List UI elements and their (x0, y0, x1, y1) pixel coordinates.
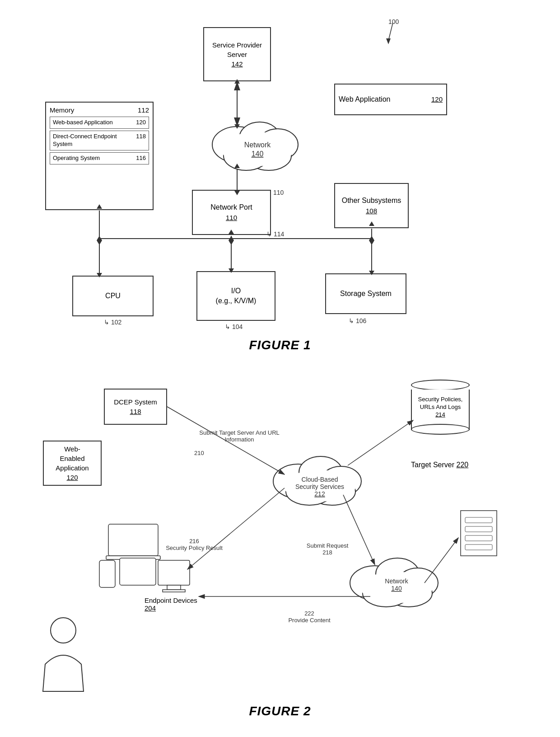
submit-request-label: Submit Request 218 (298, 542, 357, 556)
storage-ref-label: ↳ 106 (349, 317, 366, 324)
svg-point-43 (284, 470, 356, 502)
svg-rect-57 (106, 556, 160, 559)
svg-line-73 (348, 420, 413, 465)
svg-rect-65 (465, 526, 492, 532)
io-ref-label: ↳ 104 (225, 323, 243, 330)
svg-point-49 (397, 568, 438, 598)
svg-rect-59 (120, 558, 156, 585)
endpoint-devices-label: Endpoint Devices 204 (145, 596, 197, 612)
submit-info-label: Submit Target Server And URL Information (194, 429, 285, 443)
svg-marker-30 (97, 236, 102, 240)
svg-rect-64 (465, 517, 492, 523)
svg-point-48 (376, 558, 419, 590)
svg-marker-14 (234, 124, 240, 129)
memory-item-dcep: Direct-Connect Endpoint System 118 (50, 131, 149, 150)
svg-text:140: 140 (252, 150, 264, 158)
storage-box: Storage System (325, 273, 406, 314)
svg-text:Cloud-Based: Cloud-Based (302, 476, 338, 483)
sps-box: Service Provider Server 142 (203, 27, 271, 81)
figure1-container: 100 Service Provider Server 142 Web Appl… (18, 14, 542, 357)
svg-point-55 (51, 618, 76, 643)
svg-rect-62 (163, 590, 185, 592)
other-subsystems-box: Other Subsystems 108 (334, 183, 409, 228)
cylinder-bottom-ellipse (411, 424, 470, 435)
memory-title: Memory 112 (50, 106, 149, 114)
netport-ref-label: 110 (273, 189, 284, 196)
svg-point-38 (273, 464, 323, 498)
cylinder-top (411, 380, 470, 390)
svg-marker-1 (386, 38, 391, 44)
svg-line-72 (425, 538, 458, 583)
svg-text:Network: Network (385, 577, 408, 585)
target-server-label: Target Server 220 (411, 461, 468, 469)
svg-marker-24 (229, 240, 234, 245)
svg-text:Security Services: Security Services (295, 483, 344, 490)
memory-box: Memory 112 Web-based Application 120 Dir… (45, 102, 154, 210)
svg-text:Network: Network (244, 141, 271, 149)
svg-rect-56 (108, 524, 158, 556)
svg-text:140: 140 (391, 585, 402, 592)
memory-item-webapp: Web-based Application 120 (50, 117, 149, 129)
svg-point-42 (286, 478, 333, 505)
cpu-ref-label: ↳ 102 (104, 319, 121, 326)
svg-text:212: 212 (314, 490, 325, 498)
svg-point-50 (385, 580, 432, 607)
svg-point-3 (239, 122, 280, 154)
svg-line-69 (187, 488, 285, 569)
page: 100 Service Provider Server 142 Web Appl… (0, 0, 560, 737)
svg-marker-27 (369, 240, 374, 245)
svg-point-5 (246, 141, 291, 170)
dcep-box: DCEP System 118 (104, 389, 167, 425)
svg-rect-61 (167, 585, 181, 590)
svg-rect-67 (465, 545, 492, 550)
svg-point-7 (221, 132, 294, 166)
svg-point-6 (224, 141, 269, 170)
ref114-label: ↳ 114 (266, 230, 284, 238)
svg-point-2 (212, 127, 262, 163)
svg-marker-16 (234, 164, 240, 168)
svg-point-40 (321, 466, 361, 496)
io-box: I/O (e.g., K/V/M) (196, 271, 275, 321)
security-policies-cylinder: Security Policies, URLs And Logs 214 (411, 380, 470, 430)
webapp-f2-box: Web-EnabledApplication 120 (43, 441, 102, 486)
figure2-container: DCEP System 118 Web-EnabledApplication 1… (18, 375, 542, 728)
svg-point-41 (308, 478, 355, 505)
webapp-box-topright: Web Application 120 (334, 84, 447, 115)
svg-point-47 (350, 566, 400, 600)
svg-point-39 (299, 456, 342, 488)
svg-rect-66 (465, 535, 492, 541)
ref100-label: 100 (388, 18, 399, 25)
svg-point-51 (363, 580, 410, 607)
svg-marker-36 (369, 236, 374, 240)
memory-item-os: Operating System 116 (50, 152, 149, 164)
user-label: ↳ 202 User (47, 677, 65, 691)
ref210-label: 210 (194, 450, 204, 456)
figure1-title: FIGURE 1 (249, 338, 311, 352)
network-port-box: Network Port 110 (192, 190, 271, 235)
security-policy-result-label: 216 Security Policy Result (158, 538, 230, 551)
svg-marker-21 (97, 240, 102, 245)
svg-marker-33 (229, 236, 234, 240)
svg-rect-60 (158, 560, 190, 585)
svg-line-0 (388, 23, 393, 41)
svg-point-52 (360, 572, 433, 603)
figure2-title: FIGURE 2 (249, 704, 311, 718)
svg-rect-58 (99, 560, 115, 587)
svg-point-4 (257, 129, 298, 160)
cylinder-body: Security Policies, URLs And Logs 214 (411, 390, 470, 430)
provide-content-label: 222 Provide Content (280, 610, 339, 624)
cpu-box: CPU (72, 276, 154, 316)
svg-rect-63 (461, 511, 497, 556)
